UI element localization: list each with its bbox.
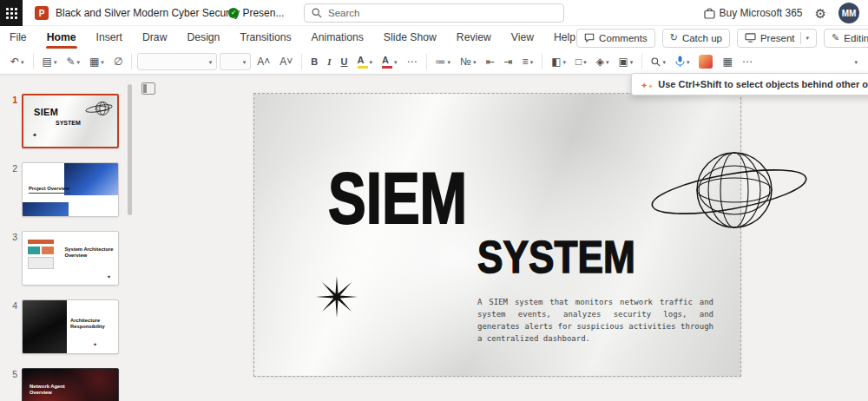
- more-icon: ⋯: [407, 56, 418, 67]
- wireframe-globe-graphic[interactable]: [649, 148, 810, 235]
- app-launcher-button[interactable]: [0, 0, 23, 26]
- chevron-down-icon[interactable]: ▾: [662, 59, 666, 65]
- italic-button[interactable]: I: [324, 54, 334, 69]
- menu-tab-insert[interactable]: Insert: [95, 27, 123, 49]
- chevron-down-icon[interactable]: ▾: [370, 59, 373, 65]
- slide-row-5: 5 Network Agent Overview: [5, 368, 135, 401]
- shopping-bag-icon: [704, 7, 715, 19]
- slide-title-siem[interactable]: SIEM: [328, 161, 467, 234]
- menu-tab-view[interactable]: View: [510, 27, 535, 49]
- font-name-select[interactable]: ▾: [137, 53, 217, 70]
- align-button[interactable]: ≡▾: [519, 54, 537, 69]
- find-button[interactable]: ▾: [648, 55, 669, 69]
- menu-tab-help[interactable]: Help: [553, 27, 576, 49]
- scrollbar-thumb[interactable]: [128, 84, 132, 215]
- menu-tab-slide-show[interactable]: Slide Show: [383, 27, 437, 49]
- highlight-color-button[interactable]: A▾: [354, 52, 377, 71]
- shape-outline-button[interactable]: □▾: [572, 54, 590, 69]
- ribbon-divider: [641, 54, 642, 69]
- chevron-down-icon[interactable]: ▾: [21, 59, 24, 65]
- slide-title-system[interactable]: SYSTEM: [477, 234, 635, 279]
- ribbon-toolbar: ↶▾ ▤▾ ✎▾ ▦▾ ∅ ▾ ▾ A˄ A˅ B I U A▾ A▾ ⋯ ≔▾…: [0, 49, 868, 75]
- arrange-button[interactable]: ▣▾: [615, 54, 637, 69]
- undo-button[interactable]: ↶▾: [7, 54, 28, 69]
- star-sparkle-graphic[interactable]: [315, 275, 358, 319]
- menubar-right-cluster: Comments ↻ Catch up Present ▾ ✎ Editing …: [576, 29, 868, 48]
- chevron-down-icon[interactable]: ▾: [806, 35, 810, 41]
- present-button[interactable]: Present ▾: [737, 29, 817, 48]
- slide-body-text[interactable]: A SIEM system that monitors network traf…: [477, 297, 713, 345]
- new-slide-button[interactable]: ▦▾: [86, 54, 108, 69]
- bold-button[interactable]: B: [307, 54, 321, 69]
- slide-number: 3: [5, 232, 17, 242]
- chevron-down-icon[interactable]: ▾: [448, 59, 451, 65]
- numbering-button[interactable]: №▾: [457, 54, 479, 69]
- menu-tab-animations[interactable]: Animations: [311, 27, 365, 49]
- indent-increase-icon: ⇥: [504, 56, 513, 67]
- account-avatar[interactable]: MM: [838, 3, 859, 23]
- menu-tab-review[interactable]: Review: [456, 27, 492, 49]
- buy-microsoft-365-link[interactable]: Buy Microsoft 365: [704, 7, 803, 19]
- catch-up-button[interactable]: ↻ Catch up: [662, 29, 730, 48]
- slide-thumbnail-2[interactable]: Project Overview: [22, 162, 119, 217]
- editing-mode-button[interactable]: ✎ Editing ▾: [824, 29, 868, 48]
- slide-thumbnail-3[interactable]: System Architecture Overview ✦: [22, 231, 119, 286]
- chevron-down-icon[interactable]: ▾: [209, 59, 213, 65]
- chevron-down-icon[interactable]: ▾: [562, 59, 566, 65]
- slide-thumbnail-1[interactable]: SIEM SYSTEM ✦: [22, 94, 119, 148]
- clear-formatting-button[interactable]: ∅: [110, 54, 126, 69]
- underline-button[interactable]: U: [338, 54, 352, 69]
- menu-tab-draw[interactable]: Draw: [141, 27, 168, 49]
- shape-effects-button[interactable]: ◈▾: [593, 54, 613, 69]
- indent-decrease-button[interactable]: ⇤: [482, 54, 497, 69]
- chevron-down-icon[interactable]: ▾: [101, 59, 104, 65]
- chevron-down-icon[interactable]: ▾: [473, 59, 477, 65]
- format-painter-button[interactable]: ✎▾: [62, 54, 83, 69]
- menu-tab-design[interactable]: Design: [186, 27, 220, 49]
- chevron-down-icon[interactable]: ▾: [394, 59, 398, 65]
- shape-fill-button[interactable]: ◧▾: [548, 54, 569, 69]
- chevron-down-icon[interactable]: ▾: [583, 59, 587, 65]
- more-font-options-button[interactable]: ⋯: [404, 54, 421, 69]
- shrink-font-button[interactable]: A˅: [276, 54, 296, 69]
- slide-thumbnail-5[interactable]: Network Agent Overview: [22, 368, 119, 401]
- menu-tab-file[interactable]: File: [9, 27, 28, 49]
- chevron-down-icon[interactable]: ▾: [77, 59, 81, 65]
- settings-gear-icon[interactable]: ⚙: [815, 7, 826, 20]
- dictate-button[interactable]: ▾: [672, 53, 694, 70]
- slide-thumbnail-panel: 1 SIEM SYSTEM ✦ 2: [0, 76, 135, 401]
- arrange-icon: ▣: [619, 56, 628, 67]
- search-input[interactable]: Search: [304, 3, 564, 23]
- document-title[interactable]: Black and Silver Modern Cyber Security P…: [56, 7, 229, 19]
- grow-font-button[interactable]: A˄: [253, 54, 273, 69]
- slide-canvas[interactable]: SIEM SYSTEM A SIEM system that monitors …: [135, 76, 868, 401]
- ribbon-divider: [426, 54, 427, 69]
- chevron-down-icon[interactable]: ▾: [243, 59, 247, 65]
- editing-label: Editing: [844, 33, 868, 43]
- indent-increase-button[interactable]: ⇥: [501, 54, 516, 69]
- chevron-down-icon[interactable]: ▾: [630, 59, 634, 65]
- bullets-button[interactable]: ≔▾: [432, 54, 455, 69]
- designer-button[interactable]: [695, 52, 716, 71]
- slide-editing-surface[interactable]: SIEM SYSTEM A SIEM system that monitors …: [254, 94, 740, 376]
- paste-button[interactable]: ▤▾: [39, 54, 61, 69]
- ribbon-divider: [33, 54, 34, 69]
- comments-button[interactable]: Comments: [576, 29, 655, 48]
- more-commands-button[interactable]: ⋯: [739, 54, 756, 69]
- thumbnail-scrollbar[interactable]: [128, 84, 132, 396]
- chevron-down-icon[interactable]: ▾: [606, 59, 609, 65]
- font-size-select[interactable]: ▾: [220, 53, 251, 70]
- chevron-down-icon[interactable]: ▾: [687, 59, 690, 65]
- slide-number: 1: [5, 95, 17, 105]
- menu-tab-transitions[interactable]: Transitions: [239, 27, 292, 49]
- apps-button[interactable]: ▦: [719, 54, 735, 69]
- shape-outline-icon: □: [575, 56, 582, 67]
- font-color-button[interactable]: A▾: [378, 52, 401, 71]
- menu-tab-home[interactable]: Home: [46, 27, 77, 49]
- chevron-down-icon[interactable]: ▾: [54, 59, 57, 65]
- powerpoint-logo-icon[interactable]: P: [35, 6, 49, 20]
- ribbon-collapse-button[interactable]: ▾: [851, 56, 861, 68]
- slide-thumbnail-4[interactable]: Architecture Responsibility ✦: [22, 299, 119, 354]
- chevron-down-icon[interactable]: ▾: [530, 59, 534, 65]
- thumb3-diagram-box: [28, 247, 40, 254]
